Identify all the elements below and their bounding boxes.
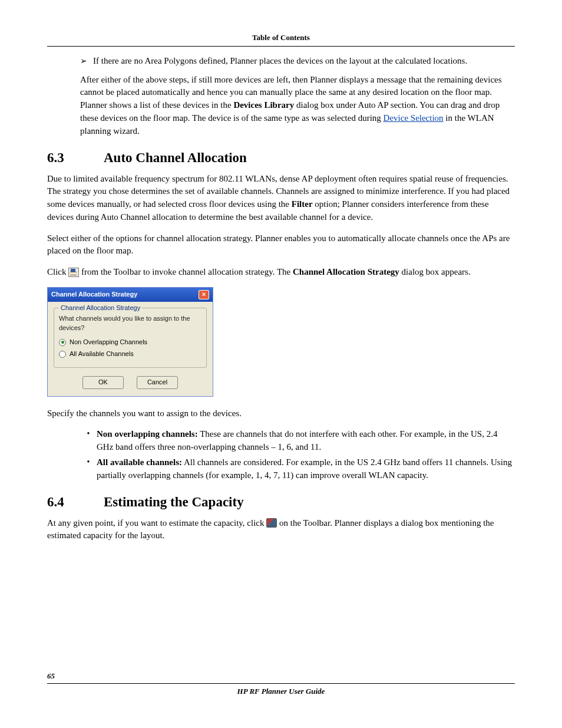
section-6-3-heading: 6.3 Auto Channel Allocation xyxy=(47,148,515,167)
radio-icon xyxy=(59,351,66,358)
footer-doc-title: HP RF Planner User Guide xyxy=(47,686,515,697)
header-toc: Table of Contents xyxy=(47,32,515,47)
dialog-close-button[interactable]: × xyxy=(199,290,209,299)
section-title: Auto Channel Allocation xyxy=(104,148,247,167)
radio-label: Non Overlapping Channels xyxy=(70,338,147,347)
bullet-non-overlapping: • Non overlapping channels: These are ch… xyxy=(80,428,515,454)
dialog-legend: Channel Allocation Strategy xyxy=(59,304,142,313)
dialog-titlebar: Channel Allocation Strategy × xyxy=(48,288,213,302)
device-selection-link[interactable]: Device Selection xyxy=(384,113,444,123)
devices-library-label: Devices Library xyxy=(233,100,294,110)
sec64-p1: At any given point, if you want to estim… xyxy=(47,517,515,543)
dialog-title-text: Channel Allocation Strategy xyxy=(51,290,137,299)
specify-text: Specify the channels you want to assign … xyxy=(47,407,515,420)
section-number: 6.4 xyxy=(47,492,104,512)
ok-button[interactable]: OK xyxy=(82,376,124,389)
section-title: Estimating the Capacity xyxy=(104,492,244,512)
sec63-p3: Click from the Toolbar to invoke channel… xyxy=(47,266,515,279)
arrow-list-item: ➢ If there are no Area Polygons defined,… xyxy=(80,55,515,68)
channel-allocation-icon xyxy=(68,268,79,277)
radio-label: All Available Channels xyxy=(70,350,134,359)
intro-paragraph: After either of the above steps, if stil… xyxy=(80,74,515,138)
bullet-all-available: • All available channels: All channels a… xyxy=(80,456,515,482)
sec63-p2: Select either of the options for channel… xyxy=(47,232,515,258)
section-6-4-heading: 6.4 Estimating the Capacity xyxy=(47,492,515,512)
dialog-question: What channels would you like to assign t… xyxy=(59,314,201,333)
radio-icon xyxy=(59,339,66,346)
bullet-icon: • xyxy=(80,428,97,440)
page-number: 65 xyxy=(47,671,515,684)
channel-allocation-dialog: Channel Allocation Strategy × Channel Al… xyxy=(47,287,213,397)
cancel-button[interactable]: Cancel xyxy=(137,376,178,389)
arrow-icon: ➢ xyxy=(80,55,87,67)
capacity-icon xyxy=(266,518,277,528)
section-number: 6.3 xyxy=(47,148,104,167)
dialog-fieldset: Channel Allocation Strategy What channel… xyxy=(54,308,207,368)
bullet-icon: • xyxy=(80,456,97,468)
radio-non-overlapping[interactable]: Non Overlapping Channels xyxy=(59,338,201,347)
sec63-p1: Due to limited available frequency spect… xyxy=(47,173,515,224)
radio-all-available[interactable]: All Available Channels xyxy=(59,350,201,359)
arrow-item-text: If there are no Area Polygons defined, P… xyxy=(93,55,467,68)
